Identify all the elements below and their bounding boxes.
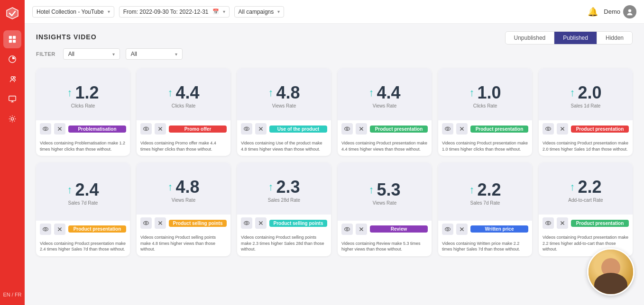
card-eye-button[interactable] (40, 224, 51, 235)
card-eye-button[interactable] (241, 217, 252, 229)
svg-point-39 (144, 222, 149, 225)
sidebar-item-dashboard[interactable] (3, 30, 21, 48)
card-remove-button[interactable] (356, 224, 367, 235)
card-actions: Product presentation (338, 120, 432, 137)
svg-rect-3 (9, 40, 12, 43)
card-remove-button[interactable] (557, 123, 568, 135)
filter-bar: FILTER All ▾ All ▾ (36, 48, 633, 60)
main-content: INSIGHTS VIDEO FILTER All ▾ All ▾ ↑ 1.2 … (25, 24, 644, 266)
svg-point-7 (14, 77, 16, 79)
card-description: Videos containing Written price make 2.2… (438, 238, 532, 256)
card-tag: Product presentation (68, 225, 126, 233)
card-eye-button[interactable] (442, 123, 453, 135)
card-value-row: ↑ 1.0 (469, 84, 501, 101)
cards-grid: ↑ 1.2 Clicks Rate Problematisation Video… (36, 68, 633, 256)
campaigns-select[interactable]: All campaigns ▾ (234, 6, 285, 18)
svg-point-28 (447, 128, 449, 130)
card-metric-area: ↑ 2.0 Sales 1d Rate (539, 68, 633, 120)
tab-unpublished[interactable]: Unpublished (506, 32, 555, 44)
tab-hidden[interactable]: Hidden (597, 32, 632, 44)
card-arrow-icon: ↑ (469, 184, 474, 196)
person-head (601, 258, 620, 266)
svg-point-44 (246, 222, 248, 224)
card-item: ↑ 4.8 Views Rate Use of the product Vide… (237, 68, 331, 156)
svg-point-35 (43, 227, 48, 231)
card-value-row: ↑ 4.4 (368, 84, 400, 101)
card-tag: Product presentation (571, 220, 629, 227)
card-value-row: ↑ 4.4 (167, 84, 199, 101)
card-eye-button[interactable] (40, 123, 51, 135)
card-eye-button[interactable] (140, 217, 152, 229)
card-description: Videos containing Product presentation m… (338, 137, 432, 156)
svg-point-47 (345, 227, 350, 231)
card-metric-area: ↑ 4.4 Views Rate (338, 68, 432, 120)
card-value: 4.8 (276, 84, 300, 101)
channel-select[interactable]: Hotel Collection - YouTube ▾ (32, 6, 114, 18)
card-eye-button[interactable] (543, 217, 554, 229)
svg-point-56 (547, 222, 549, 224)
card-remove-button[interactable] (356, 123, 367, 135)
notification-bell-icon[interactable]: 🔔 (588, 7, 598, 17)
card-arrow-icon: ↑ (368, 87, 374, 99)
card-value: 4.4 (377, 84, 400, 101)
card-eye-button[interactable] (140, 123, 152, 135)
card-remove-button[interactable] (456, 123, 468, 135)
card-remove-button[interactable] (456, 224, 468, 235)
sidebar-item-analytics[interactable] (3, 50, 21, 68)
card-metric-area: ↑ 2.4 Sales 7d Rate (36, 162, 130, 221)
card-remove-button[interactable] (155, 123, 166, 135)
filter-select-1[interactable]: All ▾ (63, 48, 120, 60)
card-actions: Product presentation (36, 221, 130, 238)
sidebar-item-insights[interactable] (3, 70, 21, 88)
card-remove-button[interactable] (54, 224, 65, 235)
card-actions: Product selling points (137, 215, 230, 232)
svg-point-51 (445, 227, 451, 231)
card-remove-button[interactable] (255, 123, 267, 135)
card-arrow-icon: ↑ (368, 184, 374, 196)
card-actions: Use of the product (237, 120, 331, 137)
sidebar: EN / FR (0, 0, 25, 266)
card-remove-button[interactable] (155, 217, 166, 229)
card-arrow-icon: ↑ (469, 87, 474, 99)
card-value-row: ↑ 5.3 (368, 181, 400, 198)
card-eye-button[interactable] (442, 224, 453, 235)
card-metric-name: Views Rate (172, 197, 195, 203)
card-remove-button[interactable] (255, 217, 267, 229)
card-metric-area: ↑ 2.2 Sales 7d Rate (438, 162, 532, 221)
card-metric-name: Clicks Rate (473, 103, 497, 108)
card-description: Videos containing Product selling points… (237, 232, 331, 256)
card-remove-button[interactable] (557, 217, 568, 229)
filter-select-2[interactable]: All ▾ (126, 48, 183, 60)
user-label: Demo (604, 8, 620, 15)
card-item: ↑ 4.4 Views Rate Product presentation Vi… (338, 68, 432, 156)
tab-published[interactable]: Published (554, 32, 597, 44)
card-eye-button[interactable] (341, 224, 353, 235)
card-eye-button[interactable] (543, 123, 554, 135)
card-metric-area: ↑ 2.3 Sales 28d Rate (237, 162, 331, 215)
card-item: ↑ 4.4 Clicks Rate Promo offer Videos con… (137, 68, 230, 156)
svg-point-6 (11, 77, 13, 79)
card-metric-name: Clicks Rate (172, 103, 196, 108)
card-metric-area: ↑ 2.2 Add-to-cart Rate (539, 162, 633, 215)
card-tag: Promo offer (169, 126, 227, 133)
card-eye-button[interactable] (241, 123, 252, 135)
card-eye-button[interactable] (341, 123, 353, 135)
card-tag: Problematisation (68, 126, 126, 133)
card-tag: Product selling points (269, 220, 327, 227)
card-remove-button[interactable] (54, 123, 65, 135)
card-arrow-icon: ↑ (570, 181, 575, 193)
card-metric-name: Clicks Rate (71, 103, 95, 108)
svg-point-27 (445, 127, 451, 130)
sidebar-item-settings[interactable] (3, 110, 21, 128)
date-range-select[interactable]: From: 2022-09-30 To: 2022-12-31 📅 ▾ (119, 6, 230, 18)
svg-point-24 (346, 128, 348, 130)
sidebar-item-monitor[interactable] (3, 90, 21, 108)
user-menu[interactable]: Demo (604, 5, 636, 18)
svg-point-19 (244, 127, 249, 130)
card-tag: Product presentation (571, 126, 629, 133)
card-metric-area: ↑ 1.0 Clicks Rate (438, 68, 532, 120)
svg-point-36 (45, 228, 46, 230)
card-metric-name: Views Rate (272, 103, 296, 108)
sidebar-logo[interactable] (5, 6, 20, 21)
calendar-icon: 📅 (212, 9, 219, 15)
